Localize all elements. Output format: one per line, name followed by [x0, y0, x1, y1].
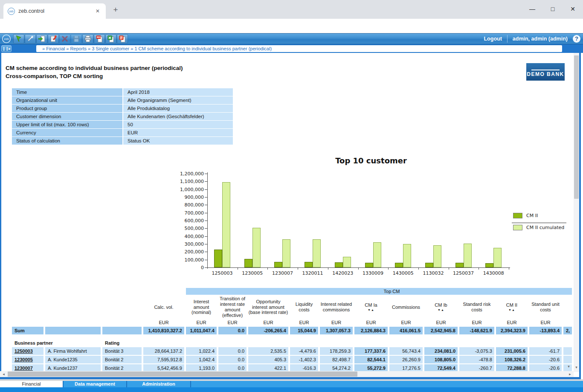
scroll-left-icon[interactable]: ◂	[1, 371, 6, 377]
export-pdf-button[interactable]	[94, 34, 105, 44]
export-html-button[interactable]	[117, 34, 128, 44]
column-header: Interest amount (nominal)	[186, 296, 217, 319]
app-toolbar-icons	[13, 34, 128, 44]
currency-label: EUR	[143, 319, 184, 326]
x-axis-tick	[388, 267, 389, 270]
column-header-label: Opportunity interest amount (base intere…	[248, 299, 288, 316]
parameter-label: Currency	[12, 129, 122, 136]
sidebar-expand-icon[interactable]: ❙❙▸	[1, 45, 12, 52]
table-cell: 177,337.6	[354, 347, 388, 355]
x-axis-category-label: 1320011	[298, 270, 328, 276]
table-cell: A. Kunde1235	[45, 356, 101, 363]
demo-bank-logo: DEMO BANK	[526, 63, 565, 81]
top-cm-group-header: Top CM	[186, 288, 572, 295]
horizontal-scrollbar[interactable]: ◂ ▸	[0, 371, 574, 377]
currency-label: EUR	[459, 319, 494, 326]
sum-cell: 416,061.5	[389, 327, 423, 334]
parameter-value: EUR	[123, 129, 233, 136]
y-axis-tick-label: 100,000	[174, 257, 204, 263]
y-axis-tick-label: 1,200,000	[174, 171, 204, 177]
print-button[interactable]	[82, 34, 93, 44]
y-axis-tick-label: 800,000	[174, 202, 204, 208]
browser-tab[interactable]: zeb zeb.control ✕	[3, 3, 106, 19]
bar-cm2-1420023	[335, 262, 343, 267]
help-button[interactable]: ?	[573, 35, 580, 43]
x-axis-category-label: 1230007	[267, 270, 297, 276]
module-tab-administration[interactable]: Administration	[127, 381, 191, 387]
parameter-row: Organizational unitAlle Organigramm (Seg…	[12, 96, 233, 104]
demo-bank-logo-text: DEMO BANK	[526, 71, 565, 77]
horizontal-scrollbar-thumb[interactable]	[8, 372, 357, 377]
parameter-row: Upper limit of list (max. 100 rows)50	[12, 121, 233, 128]
table-cell: A. Firma Wohlfahrt	[45, 347, 101, 355]
table-scroll-down-icon[interactable]: ▾	[566, 363, 571, 369]
new-tab-button[interactable]: +	[110, 5, 121, 15]
parameter-label: Status of calculation	[12, 137, 122, 145]
delete-button[interactable]	[59, 34, 70, 44]
import-page-button[interactable]	[36, 34, 47, 44]
column-header-label: Transition of interest rate amount (effe…	[218, 296, 247, 318]
column-header-label: CM Ia	[365, 302, 377, 308]
current-user-label[interactable]: admin, admin (admin)	[508, 36, 573, 42]
spacer-row	[12, 335, 572, 339]
bar-cm2-1330009	[365, 263, 373, 267]
business-partner-label: Business partner	[12, 340, 101, 346]
browser-url-bar: ← → ⟳ zebcontrol.demo.zeb-it.de/profit/s…	[0, 19, 583, 33]
window-minimize-button[interactable]: —	[526, 3, 539, 15]
window-close-button[interactable]: ✕	[566, 3, 579, 15]
vertical-scrollbar[interactable]: ▾	[574, 53, 579, 372]
sort-icons[interactable]: ▼▲	[368, 308, 374, 312]
y-axis-tick-label: 300,000	[174, 241, 204, 247]
sum-cell: 1,011,047.4	[186, 327, 217, 334]
save-button[interactable]	[71, 34, 82, 44]
scroll-down-icon[interactable]: ▾	[574, 364, 579, 370]
export-excel-button[interactable]	[105, 34, 116, 44]
bar-cm2-1230007	[274, 262, 282, 267]
logout-button[interactable]: Logout	[479, 36, 507, 42]
import-page-icon	[38, 35, 46, 43]
module-tab-financial[interactable]: Financial	[0, 381, 64, 387]
tab-close-icon[interactable]: ✕	[94, 7, 102, 15]
currency-label	[563, 319, 572, 326]
print-icon	[84, 35, 92, 43]
scroll-right-icon[interactable]: ▸	[567, 371, 573, 377]
window-maximize-button[interactable]: □	[546, 3, 559, 15]
bar-cm2-1430005	[395, 263, 403, 267]
table-cell: 82,544.1	[354, 356, 388, 363]
sort-icons[interactable]: ▼▲	[508, 308, 515, 312]
sort-icons[interactable]: ▼▲	[438, 308, 444, 312]
breadcrumb[interactable]: » Financial » Reports » 3 Single custome…	[36, 45, 562, 52]
table-cell: 28,664,137.2	[143, 347, 184, 355]
currency-label: EUR	[496, 319, 528, 326]
table-cell	[563, 356, 572, 363]
bookmark-button[interactable]	[13, 34, 24, 44]
table-cell: 405.3	[248, 356, 288, 363]
table-cell: -20.6	[529, 356, 562, 363]
business-partner-link[interactable]: 1250003	[12, 347, 44, 355]
currency-label: EUR	[389, 319, 423, 326]
delete-icon	[61, 35, 69, 43]
y-axis-tick-label: 200,000	[174, 249, 204, 255]
column-header: Standard risk costs	[459, 296, 494, 319]
currency-label	[102, 319, 142, 326]
column-header: Calc. vol.	[143, 296, 184, 319]
table-cell: 26,260.9	[389, 356, 423, 363]
x-axis-tick	[358, 267, 359, 270]
sum-cell: -13,893.4	[529, 327, 562, 334]
wizard-button[interactable]	[25, 34, 36, 44]
report-content: CM scheme according to individual busine…	[0, 53, 583, 377]
screen: zeb zeb.control ✕ + — □ ✕ ← → ⟳ zebcontr…	[0, 0, 583, 392]
column-header: CM Ib▼▲	[424, 296, 458, 319]
business-partner-link[interactable]: 1230005	[12, 356, 44, 363]
sum-cell: 2,542,945.8	[424, 327, 458, 334]
parameter-row: CurrencyEUR	[12, 129, 233, 136]
parameter-table: TimeApril 2018Organizational unitAlle Or…	[12, 88, 233, 145]
x-axis-tick	[267, 267, 268, 270]
module-tab-data-management[interactable]: Data management	[64, 381, 127, 387]
sum-cell: 2,	[563, 327, 572, 334]
zeb-favicon-icon: zeb	[8, 8, 15, 15]
edit-page-button[interactable]	[48, 34, 59, 44]
y-axis-tick-label: 500,000	[174, 226, 204, 231]
bar-cm2cum-1130032	[433, 245, 441, 267]
vertical-scrollbar-thumb[interactable]	[574, 55, 579, 199]
